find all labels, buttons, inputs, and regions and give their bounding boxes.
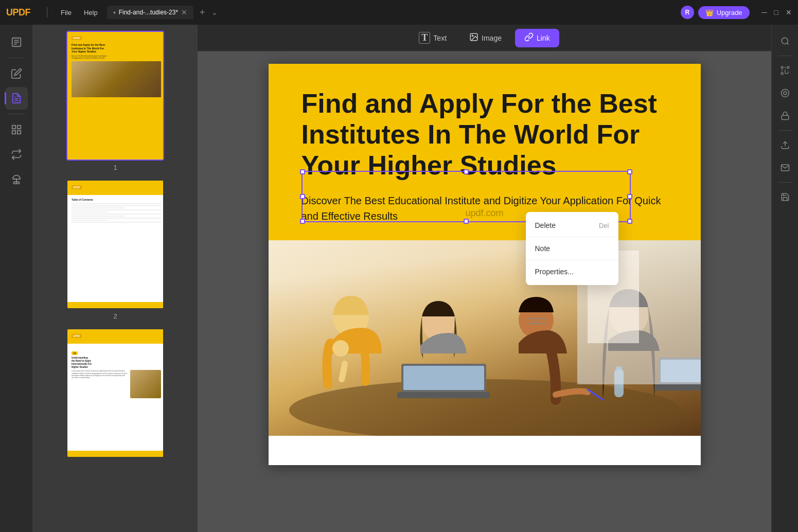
thumb-wrapper-1[interactable]: UPDF Find and Apply for the BestInstitut… [66, 31, 164, 161]
tab-expand-icon[interactable]: ⌄ [211, 8, 218, 16]
thumb-wrapper-3[interactable]: UPDF 01 Understandingthe Need to ApplyIn… [66, 328, 164, 458]
text-tool-icon: T [419, 32, 430, 44]
right-protect-button[interactable] [775, 105, 795, 126]
thumb-logo-1: UPDF [72, 36, 82, 40]
maximize-button[interactable]: □ [774, 8, 778, 16]
link-tool-label: Link [537, 34, 550, 42]
text-tool-button[interactable]: T Text [410, 28, 456, 47]
right-sep-3 [778, 182, 792, 183]
image-tool-button[interactable]: Image [460, 29, 511, 47]
right-save-button[interactable] [775, 187, 795, 207]
thumb-image-1 [72, 61, 161, 97]
tab-label: Find-and-...tudies-23* [119, 9, 178, 16]
context-menu-properties-label: Properties... [535, 268, 574, 276]
tab-bar: ▾ Find-and-...tudies-23* ✕ + ⌄ [107, 6, 677, 19]
thumb-subtitle-1: Discover The Best Educational Institute … [72, 55, 161, 59]
thumb-title-1: Find and Apply for the BestInstitutes In… [72, 43, 161, 54]
sidebar-separator-1 [8, 58, 25, 58]
context-menu-delete[interactable]: Delete Del [526, 216, 618, 235]
thumb-num-2: 2 [113, 312, 117, 320]
thumb-image-row-3: Lorem ipsum dolor sit amet consectetur a… [72, 370, 161, 398]
user-avatar[interactable]: R [681, 6, 694, 19]
thumb-num-1: 1 [113, 164, 117, 171]
svg-rect-19 [397, 392, 490, 398]
thumb-img-1: UPDF Find and Apply for the BestInstitut… [67, 32, 164, 159]
sidebar-separator-2 [8, 114, 25, 114]
thumb-img-3: UPDF 01 Understandingthe Need to ApplyIn… [67, 329, 164, 457]
thumbnail-panel[interactable]: UPDF Find and Apply for the BestInstitut… [33, 25, 198, 532]
thumb-yellow-bar-1 [67, 153, 164, 159]
sidebar-icon-organize[interactable] [5, 118, 28, 141]
context-menu-properties[interactable]: Properties... [526, 262, 618, 281]
thumb-toc-line-4 [72, 209, 161, 210]
thumb-toc-line-8 [72, 218, 161, 219]
window-controls: ─ □ ✕ [762, 8, 792, 16]
thumb-right-img-3 [130, 370, 161, 398]
app-logo: UPDF [6, 7, 30, 18]
thumb-toc-line-5 [72, 211, 108, 212]
tab-dropdown-icon[interactable]: ▾ [113, 10, 116, 15]
minimize-button[interactable]: ─ [762, 8, 767, 16]
thumb-img-2: UPDF Table of Contents [67, 181, 164, 308]
toolbar: T Text Image Link [198, 25, 771, 51]
right-search-button[interactable] [775, 31, 795, 51]
svg-point-46 [784, 92, 787, 95]
context-menu-note[interactable]: Note [526, 239, 618, 258]
svg-rect-38 [787, 67, 789, 68]
context-menu-delete-shortcut: Del [599, 222, 609, 229]
thumb-body-3: Lorem ipsum dolor sit amet consectetur a… [72, 370, 129, 398]
right-email-button[interactable] [775, 157, 795, 178]
menu-file[interactable]: File [56, 7, 77, 19]
upgrade-label: Upgrade [717, 9, 742, 16]
page-yellow-header: Find and Apply For the Best Institutes I… [269, 64, 701, 240]
sidebar-icon-annotate[interactable] [5, 87, 28, 110]
context-menu[interactable]: Delete Del Note Properties... [526, 212, 618, 285]
image-tool-label: Image [482, 34, 502, 42]
right-sep-1 [778, 56, 792, 56]
svg-point-35 [782, 38, 788, 44]
sidebar-icon-convert[interactable] [5, 143, 28, 166]
people-image [269, 240, 701, 436]
context-menu-divider-2 [526, 260, 618, 260]
content-area: T Text Image Link [198, 25, 771, 532]
thumb-toc-line-6 [72, 214, 161, 215]
right-sidebar [771, 25, 798, 532]
upgrade-icon: 👑 [705, 9, 714, 16]
sidebar-icon-edit[interactable] [5, 62, 28, 85]
active-tab[interactable]: ▾ Find-and-...tudies-23* ✕ [107, 6, 193, 19]
right-extract-button[interactable] [775, 83, 795, 103]
context-menu-note-label: Note [535, 244, 551, 253]
sidebar-icon-stamp[interactable] [5, 168, 28, 190]
svg-rect-7 [17, 126, 20, 129]
left-sidebar [0, 25, 33, 532]
thumb-toc-2: Table of Contents [67, 195, 164, 302]
page-main-title: Find and Apply For the Best Institutes I… [302, 88, 668, 193]
thumb-wrapper-2[interactable]: UPDF Table of Contents [66, 180, 164, 309]
updf-logo-text: UPDF [6, 7, 30, 18]
svg-point-12 [472, 35, 473, 36]
thumb-toc-line-2 [72, 205, 161, 206]
thumbnail-page-1[interactable]: UPDF Find and Apply for the BestInstitut… [39, 31, 191, 171]
thumbnail-page-3[interactable]: UPDF 01 Understandingthe Need to ApplyIn… [39, 328, 191, 461]
menu-help[interactable]: Help [79, 7, 103, 19]
link-tool-button[interactable]: Link [515, 29, 559, 47]
context-menu-delete-label: Delete [535, 221, 556, 229]
svg-point-17 [332, 340, 349, 357]
thumb-toc-title-2: Table of Contents [72, 198, 161, 201]
upgrade-button[interactable]: 👑 Upgrade [698, 6, 750, 19]
new-tab-button[interactable]: + [196, 7, 209, 18]
svg-rect-29 [654, 384, 701, 391]
svg-rect-47 [782, 115, 789, 119]
right-ocr-button[interactable] [775, 60, 795, 81]
thumb-toc-line-3 [72, 207, 125, 208]
right-share-button[interactable] [775, 135, 795, 155]
close-button[interactable]: ✕ [786, 8, 792, 16]
sidebar-icon-document[interactable] [5, 31, 28, 54]
pdf-page: Find and Apply For the Best Institutes I… [269, 64, 701, 465]
tab-close-icon[interactable]: ✕ [181, 9, 187, 16]
thumb-logo-3: UPDF [72, 334, 82, 338]
svg-rect-37 [781, 67, 783, 68]
pdf-viewer[interactable]: Find and Apply For the Best Institutes I… [198, 51, 771, 532]
thumb-logo-2: UPDF [72, 185, 82, 189]
thumbnail-page-2[interactable]: UPDF Table of Contents [39, 180, 191, 320]
